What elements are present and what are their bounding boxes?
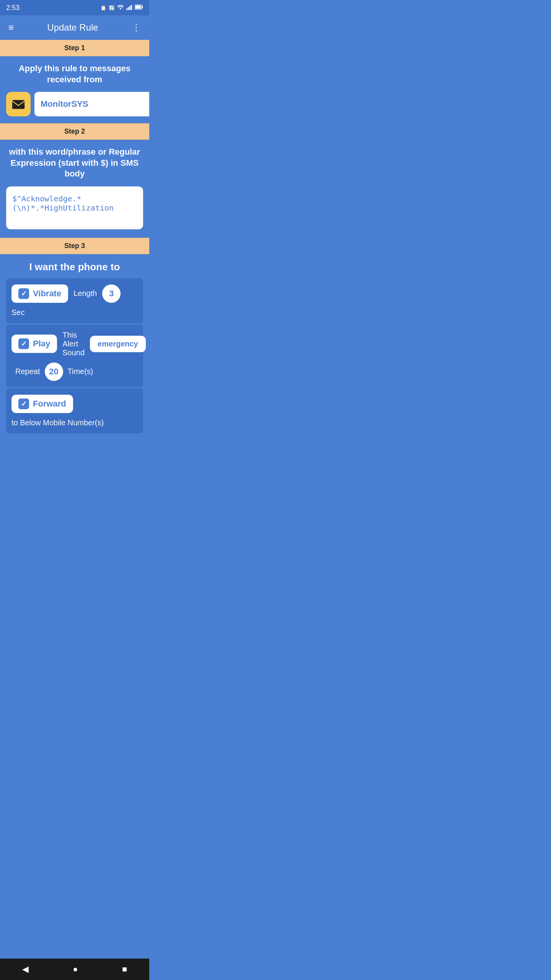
step3-header: Step 3 <box>0 238 149 254</box>
recent-button[interactable]: ■ <box>116 963 133 976</box>
play-checkbox-icon <box>18 338 29 349</box>
svg-rect-2 <box>129 6 130 10</box>
svg-rect-5 <box>142 6 143 8</box>
sender-input[interactable] <box>34 92 149 116</box>
notification-icon: 📋 <box>100 5 106 11</box>
email-icon-button[interactable] <box>6 92 31 116</box>
step1-description: Apply this rule to messages received fro… <box>6 63 143 85</box>
vibrate-sec-label: Sec <box>11 308 24 317</box>
vibrate-length-label: Length <box>73 289 97 298</box>
wifi-icon <box>117 5 124 11</box>
repeat-label: Repeat <box>15 367 40 376</box>
step3-description: I want the phone to <box>6 261 143 273</box>
step1-section: Apply this rule to messages received fro… <box>0 56 149 123</box>
more-options-button[interactable]: ⋮ <box>130 21 142 34</box>
play-alert-sound-label: This Alert Sound <box>62 331 85 357</box>
home-button[interactable]: ● <box>67 963 84 976</box>
forward-checkbox-icon <box>18 399 29 409</box>
repeat-value[interactable]: 20 <box>45 363 63 381</box>
menu-button[interactable]: ≡ <box>7 21 15 34</box>
back-button[interactable]: ◀ <box>16 963 35 976</box>
step2-description: with this word/phrase or Regular Express… <box>6 147 143 180</box>
vibrate-row: Vibrate Length 3 Sec <box>6 278 143 323</box>
svg-rect-3 <box>131 5 132 10</box>
svg-rect-0 <box>126 8 127 10</box>
forward-description: to Below Mobile Number(s) <box>11 418 104 427</box>
svg-rect-6 <box>135 6 141 9</box>
sync-icon: 🔄 <box>109 5 115 11</box>
step2-header: Step 2 <box>0 123 149 140</box>
forward-checkbox-button[interactable]: Forward <box>11 395 73 413</box>
sound-name-button[interactable]: emergency <box>90 336 146 352</box>
play-checkbox-button[interactable]: Play <box>11 335 57 353</box>
svg-rect-1 <box>128 7 129 10</box>
play-top-row: Play This Alert Sound emergency <box>11 331 138 357</box>
svg-rect-7 <box>12 100 24 109</box>
status-time: 2:53 <box>6 4 20 12</box>
play-label: Play <box>33 339 50 349</box>
regex-input[interactable]: $^Acknowledge.*(\n)*.*HighUtilization <box>6 186 143 229</box>
vibrate-length-value[interactable]: 3 <box>102 284 121 303</box>
step1-header: Step 1 <box>0 40 149 56</box>
app-bar: ≡ Update Rule ⋮ <box>0 15 149 40</box>
signal-icon <box>126 5 132 11</box>
vibrate-checkbox-button[interactable]: Vibrate <box>11 284 68 303</box>
vibrate-label: Vibrate <box>33 289 61 299</box>
step1-input-row <box>6 92 143 116</box>
nav-bar: ◀ ● ■ <box>0 959 149 980</box>
battery-icon <box>135 5 143 11</box>
step2-section: with this word/phrase or Regular Express… <box>0 140 149 238</box>
forward-label: Forward <box>33 399 66 409</box>
step3-section: I want the phone to Vibrate Length 3 Sec… <box>0 254 149 442</box>
vibrate-checkbox-icon <box>18 288 29 299</box>
play-repeat-row: Repeat 20 Time(s) <box>11 363 93 381</box>
play-row: Play This Alert Sound emergency Repeat 2… <box>6 325 143 387</box>
status-bar: 2:53 📋 🔄 <box>0 0 149 15</box>
times-label: Time(s) <box>68 367 93 376</box>
app-bar-title: Update Rule <box>47 22 98 33</box>
status-icons: 📋 🔄 <box>100 5 143 11</box>
forward-row: Forward to Below Mobile Number(s) <box>6 389 143 433</box>
